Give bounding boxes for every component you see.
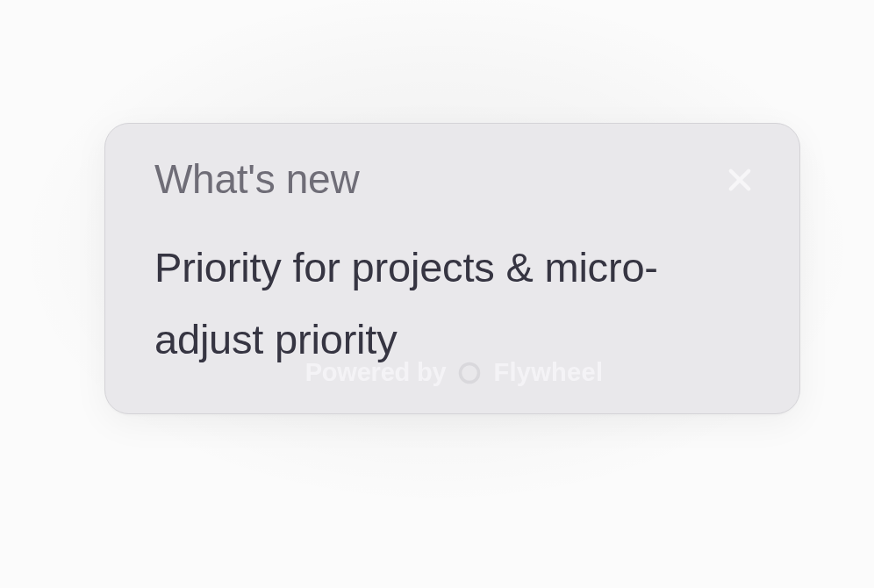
brand-name: Flywheel [493,358,603,387]
powered-by-label: Powered by [305,358,447,387]
panel-body: Priority for projects & micro-adjust pri… [154,232,734,376]
powered-by-footer: Powered by Flywheel [154,358,754,387]
svg-point-0 [461,363,479,382]
close-icon [725,165,755,195]
whats-new-panel: What's new Priority for projects & micro… [104,123,800,414]
close-button[interactable] [720,161,759,199]
flywheel-logo-icon [458,362,481,384]
panel-header-row: What's new [154,159,754,202]
panel-heading: What's new [154,157,359,202]
